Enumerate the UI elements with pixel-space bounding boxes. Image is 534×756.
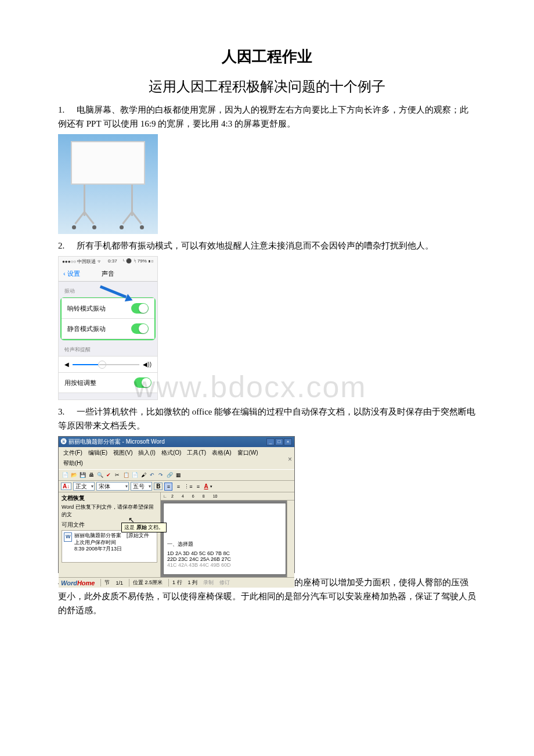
item-text-1: 电脑屏幕、教学用的白板都使用宽屏，因为人的视野左右方向要比上下方向长许多，方便人… <box>58 105 468 128</box>
word-app-icon: 🅦 <box>61 438 67 445</box>
doc-heading: 一、选择题 <box>167 541 282 548</box>
cut-icon[interactable]: ✂ <box>113 471 121 479</box>
vertical-scrollbar[interactable] <box>287 501 294 577</box>
doc-line-1: 1D 2A 3D 4D 5C 6D 7B 8C <box>167 550 282 556</box>
recovery-file-saved-label: 上次用户保存时间 <box>74 539 149 546</box>
item-text-3: 一些计算机软件，比如微软的 office 能够在编辑的过程中自动保存文档，以防没… <box>58 407 475 430</box>
style-dropdown[interactable]: 正文 <box>73 482 95 491</box>
menu-view[interactable]: 视图(V) <box>111 448 135 458</box>
menu-tools[interactable]: 工具(T) <box>185 448 208 458</box>
whiteboard-base-right <box>118 212 145 228</box>
ios-status-bar: ●●●○○ 中国联通 ᯤ 0:37 ᴸ ⚫ ᛋ 79% ▮▯ <box>59 257 157 267</box>
close-button[interactable]: × <box>284 438 292 445</box>
menu-file[interactable]: 文件(F) <box>61 448 85 458</box>
link-icon[interactable]: 🔗 <box>165 471 174 479</box>
status-column: 1 列 <box>188 579 198 586</box>
watermark-text: www.bdocx.com <box>134 369 367 404</box>
ios-carrier: ●●●○○ 中国联通 ᯤ <box>62 258 102 265</box>
menu-format[interactable]: 格式(O) <box>159 448 183 458</box>
document-recovery-pane: 文档恢复 Word 已恢复下列文件，请保存希望保留的文 可用文件 丽丽电脑题部分… <box>59 492 161 577</box>
status-record: 录制 <box>203 579 214 586</box>
bold-button[interactable]: B <box>154 483 163 490</box>
menu-table[interactable]: 表格(A) <box>210 448 233 458</box>
minimize-button[interactable]: _ <box>266 438 275 445</box>
word-title-bar: 🅦 丽丽电脑题部分答案 - Microsoft Word _ □ × <box>59 437 294 447</box>
word-window-title: 丽丽电脑题部分答案 - Microsoft Word <box>68 438 165 445</box>
new-icon[interactable]: 📄 <box>61 471 69 479</box>
recovery-file-name: 丽丽电脑题部分答案 [原始文件 <box>74 532 149 539</box>
format-painter-icon[interactable]: 🖌 <box>139 471 147 479</box>
item-text-2: 所有手机都带有振动模式，可以有效地提醒人注意未接消息而不会因铃声的嘈杂打扰到他人… <box>77 241 434 250</box>
table-icon[interactable]: ▦ <box>174 471 182 479</box>
menu-help[interactable]: 帮助(H) <box>61 459 292 468</box>
ios-battery: ᴸ ⚫ ᛋ 79% ▮▯ <box>123 258 154 265</box>
status-revision: 修订 <box>219 579 230 586</box>
volume-slider[interactable] <box>73 364 139 365</box>
size-dropdown[interactable]: 五号 <box>131 482 152 491</box>
open-icon[interactable]: 📂 <box>70 471 78 479</box>
ios-nav-header: ‹ 设置 声音 <box>59 267 157 282</box>
list-bullet-icon[interactable]: ⋮≡ <box>184 483 192 491</box>
word-formatting-toolbar: A↓ 正文 宋体 五号 B ≡ ≡ ⋮≡ ≡ A▾ <box>59 481 294 492</box>
save-icon[interactable]: 💾 <box>78 471 86 479</box>
copy-icon[interactable]: 📋 <box>122 471 130 479</box>
ios-label-buttons: 用按钮调整 <box>64 379 96 387</box>
toggle-icon[interactable] <box>131 323 149 334</box>
status-section: 节 <box>100 579 110 586</box>
paragraph-1: 1.电脑屏幕、教学用的白板都使用宽屏，因为人的视野左右方向要比上下方向长许多，方… <box>58 103 476 131</box>
undo-icon[interactable]: ↶ <box>148 471 156 479</box>
word-status-bar: WordHome 节 1/1 位置 2.5厘米 1 行 1 列 录制 修订 <box>59 577 294 588</box>
menu-window[interactable]: 窗口(W) <box>235 448 261 458</box>
paste-icon[interactable]: 📄 <box>131 471 139 479</box>
doc-line-3: 41C 42A 43B 44C 49B 60D <box>167 562 282 568</box>
ios-row-button-adjust[interactable]: 用按钮调整 <box>59 372 157 393</box>
cursor-icon: ↖ <box>128 516 135 524</box>
recovery-file-timestamp: 8:39 2008年7月13日 <box>74 546 149 553</box>
print-icon[interactable]: 🖶 <box>87 471 95 479</box>
status-position: 位置 2.5厘米 <box>129 579 163 586</box>
status-line: 1 行 <box>168 579 182 586</box>
toggle-icon[interactable] <box>134 377 151 388</box>
font-dropdown[interactable]: 宋体 <box>96 482 129 491</box>
item-number-2: 2. <box>58 239 77 253</box>
whiteboard-illustration <box>58 134 158 234</box>
preview-icon[interactable]: 🔍 <box>96 471 104 479</box>
ios-row-silent-vibrate[interactable]: 静音模式振动 <box>62 318 154 339</box>
ios-time: 0:37 <box>108 258 117 265</box>
style-icon[interactable]: A↓ <box>61 483 71 490</box>
wordhome-logo: WordHome <box>61 579 95 586</box>
ios-settings-screenshot: ●●●○○ 中国联通 ᯤ 0:37 ᴸ ⚫ ᛋ 79% ▮▯ ‹ 设置 声音 振… <box>58 256 158 400</box>
toggle-icon[interactable] <box>131 303 149 314</box>
word-document-page[interactable]: 一、选择题 1D 2A 3D 4D 5C 6D 7B 8C 22D 23C 24… <box>163 503 286 575</box>
menu-insert[interactable]: 插入(I) <box>136 448 157 458</box>
paragraph-3: 3.一些计算机软件，比如微软的 office 能够在编辑的过程中自动保存文档，以… <box>58 405 476 433</box>
status-page: 1/1 <box>116 580 123 586</box>
recovery-file-item[interactable]: 丽丽电脑题部分答案 [原始文件 上次用户保存时间 8:39 2008年7月13日 <box>62 530 157 563</box>
redo-icon[interactable]: ↷ <box>157 471 165 479</box>
spell-icon[interactable]: ✔ <box>104 471 113 479</box>
doc-line-2: 22D 23C 24C 25A 26B 27C <box>167 556 282 562</box>
menu-edit[interactable]: 编辑(E) <box>86 448 110 458</box>
speaker-high-icon: ◀)) <box>143 361 151 368</box>
document-title: 人因工程作业 <box>58 46 476 67</box>
word-ruler: ∟ 246810 <box>161 492 294 501</box>
item-number-1: 1. <box>58 103 77 117</box>
align-left-icon[interactable]: ≡ <box>164 483 172 491</box>
ios-label-silent: 静音模式振动 <box>67 325 106 333</box>
ios-highlighted-group: 响铃模式振动 静音模式振动 <box>60 297 156 340</box>
ios-volume-slider-row[interactable]: ◀ ◀)) <box>59 356 157 373</box>
maximize-button[interactable]: □ <box>275 438 283 445</box>
recovery-pane-desc: Word 已恢复下列文件，请保存希望保留的文 <box>62 503 157 519</box>
whiteboard-base-left <box>71 212 98 228</box>
word-standard-toolbar: 📄 📂 💾 🖶 🔍 ✔ ✂ 📋 📄 🖌 ↶ ↷ 🔗 ▦ <box>59 469 294 481</box>
annotation-arrow <box>99 286 134 303</box>
list-number-icon[interactable]: ≡ <box>194 483 202 491</box>
ios-label-ring: 响铃模式振动 <box>67 304 106 313</box>
word-menu-bar: 文件(F) 编辑(E) 视图(V) 插入(I) 格式(O) 工具(T) 表格(A… <box>59 447 294 469</box>
align-center-icon[interactable]: ≡ <box>174 483 182 491</box>
font-color-icon[interactable]: A <box>204 483 208 489</box>
doc-close-button[interactable]: × <box>288 455 292 463</box>
item-number-3: 3. <box>58 405 77 419</box>
word-window-screenshot: 🅦 丽丽电脑题部分答案 - Microsoft Word _ □ × 文件(F)… <box>58 436 295 573</box>
document-subtitle: 运用人因工程积极解决问题的十个例子 <box>58 77 476 96</box>
